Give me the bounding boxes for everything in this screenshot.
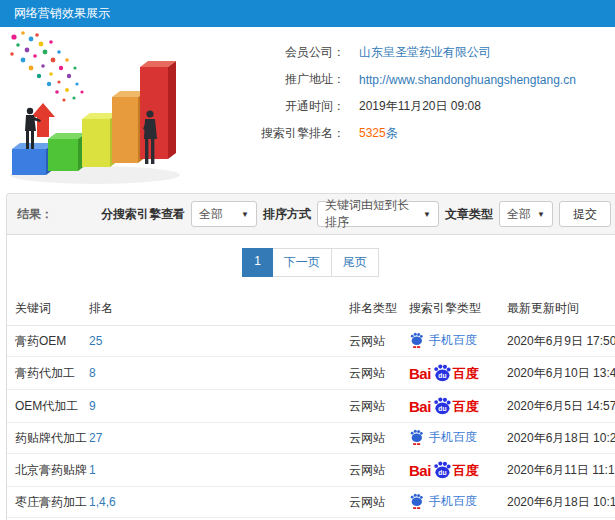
baidu-logo: Bai du 百度 xyxy=(409,459,479,481)
engine-cell: 手机百度 xyxy=(407,423,505,454)
submit-button[interactable]: 提交 xyxy=(559,201,611,227)
mobile-baidu-label: 手机百度 xyxy=(429,495,477,507)
table-head-row: 关键词排名排名类型搜索引擎类型最新更新时间 xyxy=(7,292,615,326)
engine-cell: Bai du 百度 xyxy=(407,454,505,487)
rank-count-suffix: 条 xyxy=(386,126,398,140)
rank-cell: 25 xyxy=(87,326,347,357)
filter-bar: 结果： 分搜索引擎查看 全部 ▼ 排序方式 关键词由短到长排序 ▼ 文章类型 全… xyxy=(7,194,615,235)
keyword-cell: 北京膏药贴牌 xyxy=(7,454,87,487)
rank-type-cell: 云网站 xyxy=(347,487,407,518)
promo-url-label: 推广地址： xyxy=(195,71,345,88)
column-header: 排名类型 xyxy=(347,292,407,326)
keyword-cell: 药贴牌代加工 xyxy=(7,423,87,454)
engine-cell: Bai du 百度 xyxy=(407,390,505,423)
rank-cell: 9 xyxy=(87,390,347,423)
baidu-paw-du-text: du xyxy=(438,405,446,412)
page-title: 网络营销效果展示 xyxy=(14,6,110,20)
baidu-logo-cn-text: 百度 xyxy=(453,367,479,380)
info-row-url: 推广地址： http://www.shandonghuangshengtang.… xyxy=(195,66,615,93)
growth-chart-illustration xyxy=(0,27,195,189)
baidu-paw-icon: du xyxy=(432,459,452,479)
baidu-logo: Bai du 百度 xyxy=(409,362,479,384)
baidu-logo-bai-text: Bai xyxy=(409,366,431,381)
page-title-bar: 网络营销效果展示 xyxy=(0,0,615,27)
article-type-label: 文章类型 xyxy=(445,206,493,223)
column-header: 排名 xyxy=(87,292,347,326)
rank-count-number: 5325 xyxy=(359,126,386,140)
column-header: 关键词 xyxy=(7,292,87,326)
rank-link[interactable]: 25 xyxy=(89,334,102,348)
mobile-baidu-paw-icon xyxy=(409,331,424,348)
article-type-select[interactable]: 全部 ▼ xyxy=(499,201,553,227)
pagination: 1 下一页 尾页 xyxy=(7,235,615,287)
rank-type-cell: 云网站 xyxy=(347,357,407,390)
keyword-cell: 枣庄膏药加工 xyxy=(7,487,87,518)
rank-cell: 8 xyxy=(87,357,347,390)
baidu-paw-icon: du xyxy=(432,395,452,415)
caret-down-icon: ▼ xyxy=(537,210,545,219)
rank-type-cell: 云网站 xyxy=(347,390,407,423)
mobile-baidu-logo: 手机百度 xyxy=(409,428,477,445)
baidu-logo-cn-text: 百度 xyxy=(453,400,479,413)
keyword-cell: 膏药OEM xyxy=(7,326,87,357)
mobile-baidu-logo: 手机百度 xyxy=(409,492,477,509)
updated-cell: 2020年6月18日 10:25 xyxy=(505,423,615,454)
rank-cell: 1,4,6 xyxy=(87,487,347,518)
rank-cell: 1 xyxy=(87,454,347,487)
marketing-growth-graphic xyxy=(0,27,195,189)
engine-filter-value: 全部 xyxy=(199,206,223,223)
next-page-button[interactable]: 下一页 xyxy=(272,248,332,277)
bar-green xyxy=(48,133,86,171)
rank-link[interactable]: 1,4,6 xyxy=(89,495,116,509)
caret-down-icon: ▼ xyxy=(241,210,249,219)
results-body: 1 下一页 尾页 关键词排名排名类型搜索引擎类型最新更新时间 膏药OEM 25 … xyxy=(7,235,615,520)
results-table: 关键词排名排名类型搜索引擎类型最新更新时间 膏药OEM 25 云网站 手机百度 … xyxy=(7,292,615,520)
confetti-dots xyxy=(10,31,83,101)
mobile-baidu-label: 手机百度 xyxy=(429,334,477,346)
info-row-company: 会员公司： 山东皇圣堂药业有限公司 xyxy=(195,39,615,66)
mobile-baidu-label: 手机百度 xyxy=(429,431,477,443)
result-label: 结果： xyxy=(17,206,53,223)
table-row: OEM代加工 9 云网站 Bai du 百度 2020年6月5日 14:57 xyxy=(7,390,615,423)
rank-link[interactable]: 8 xyxy=(89,366,96,380)
engine-filter-select[interactable]: 全部 ▼ xyxy=(191,201,257,227)
info-row-rank-count: 搜索引擎排名： 5325条 xyxy=(195,120,615,147)
rank-count-value: 5325条 xyxy=(359,125,398,142)
page-1-button[interactable]: 1 xyxy=(242,248,273,277)
last-page-button[interactable]: 尾页 xyxy=(331,248,379,277)
table-row: 膏药代加工 8 云网站 Bai du 百度 2020年6月10日 13:40 xyxy=(7,357,615,390)
rank-cell: 27 xyxy=(87,423,347,454)
filter-controls: 分搜索引擎查看 全部 ▼ 排序方式 关键词由短到长排序 ▼ 文章类型 全部 ▼ … xyxy=(101,201,615,227)
company-info-section: 会员公司： 山东皇圣堂药业有限公司 推广地址： http://www.shand… xyxy=(0,27,615,193)
rank-link[interactable]: 9 xyxy=(89,399,96,413)
table-row: 北京膏药贴牌 1 云网站 Bai du 百度 2020年6月11日 11:18 xyxy=(7,454,615,487)
mobile-baidu-logo: 手机百度 xyxy=(409,331,477,348)
updated-cell: 2020年6月9日 17:50 xyxy=(505,326,615,357)
promo-url-link[interactable]: http://www.shandonghuangshengtang.cn xyxy=(359,73,576,87)
engine-cell: 手机百度 xyxy=(407,487,505,518)
table-row: 膏药OEM 25 云网站 手机百度 2020年6月9日 17:50 xyxy=(7,326,615,357)
open-time-label: 开通时间： xyxy=(195,98,345,115)
updated-cell: 2020年6月18日 10:19 xyxy=(505,487,615,518)
baidu-logo-cn-text: 百度 xyxy=(453,464,479,477)
article-type-value: 全部 xyxy=(507,206,531,223)
rank-link[interactable]: 27 xyxy=(89,431,102,445)
rank-count-label: 搜索引擎排名： xyxy=(195,125,345,142)
company-label: 会员公司： xyxy=(195,44,345,61)
company-name-link[interactable]: 山东皇圣堂药业有限公司 xyxy=(359,44,491,61)
rank-type-cell: 云网站 xyxy=(347,423,407,454)
rank-link[interactable]: 1 xyxy=(89,463,96,477)
open-time-value: 2019年11月20日 09:08 xyxy=(359,98,481,115)
caret-down-icon: ▼ xyxy=(423,210,431,219)
baidu-paw-icon: du xyxy=(432,362,452,382)
updated-cell: 2020年6月5日 14:57 xyxy=(505,390,615,423)
sort-filter-select[interactable]: 关键词由短到长排序 ▼ xyxy=(317,201,439,227)
company-info-list: 会员公司： 山东皇圣堂药业有限公司 推广地址： http://www.shand… xyxy=(195,27,615,193)
updated-cell: 2020年6月10日 13:40 xyxy=(505,357,615,390)
sort-filter-value: 关键词由短到长排序 xyxy=(325,197,417,231)
baidu-logo: Bai du 百度 xyxy=(409,395,479,417)
sort-filter-label: 排序方式 xyxy=(263,206,311,223)
keyword-cell: 膏药代加工 xyxy=(7,357,87,390)
baidu-paw-du-text: du xyxy=(438,372,446,379)
updated-cell: 2020年6月11日 11:18 xyxy=(505,454,615,487)
